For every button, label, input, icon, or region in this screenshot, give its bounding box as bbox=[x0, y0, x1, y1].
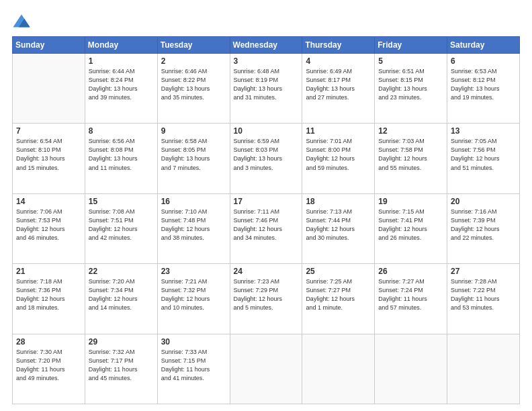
day-number: 29 bbox=[89, 337, 154, 347]
day-number: 5 bbox=[378, 56, 443, 66]
day-info: Sunrise: 7:08 AM Sunset: 7:51 PM Dayligh… bbox=[89, 208, 154, 242]
day-info: Sunrise: 6:54 AM Sunset: 8:10 PM Dayligh… bbox=[16, 137, 81, 172]
day-number: 12 bbox=[378, 126, 443, 136]
day-info: Sunrise: 6:56 AM Sunset: 8:08 PM Dayligh… bbox=[89, 137, 154, 172]
calendar-cell bbox=[13, 54, 85, 124]
day-number: 26 bbox=[378, 267, 443, 276]
calendar-cell: 27Sunrise: 7:28 AM Sunset: 7:22 PM Dayli… bbox=[447, 264, 520, 334]
day-number: 11 bbox=[306, 126, 371, 136]
day-info: Sunrise: 6:49 AM Sunset: 8:17 PM Dayligh… bbox=[306, 67, 371, 102]
weekday-header: Saturday bbox=[447, 37, 520, 54]
day-number: 22 bbox=[89, 267, 154, 276]
day-info: Sunrise: 7:32 AM Sunset: 7:17 PM Dayligh… bbox=[89, 348, 154, 383]
calendar-cell bbox=[302, 334, 375, 404]
calendar-cell: 3Sunrise: 6:48 AM Sunset: 8:19 PM Daylig… bbox=[230, 54, 302, 124]
header bbox=[12, 12, 520, 31]
weekday-header: Sunday bbox=[13, 37, 85, 54]
logo bbox=[12, 12, 34, 31]
day-number: 6 bbox=[451, 56, 516, 66]
day-number: 2 bbox=[161, 56, 226, 66]
calendar-cell: 13Sunrise: 7:05 AM Sunset: 7:56 PM Dayli… bbox=[447, 124, 520, 193]
calendar-cell: 5Sunrise: 6:51 AM Sunset: 8:15 PM Daylig… bbox=[375, 54, 447, 124]
day-number: 1 bbox=[89, 56, 154, 66]
day-info: Sunrise: 7:15 AM Sunset: 7:41 PM Dayligh… bbox=[378, 208, 443, 242]
day-info: Sunrise: 7:18 AM Sunset: 7:36 PM Dayligh… bbox=[16, 277, 81, 312]
calendar-cell: 25Sunrise: 7:25 AM Sunset: 7:27 PM Dayli… bbox=[302, 264, 375, 334]
calendar-week-row: 7Sunrise: 6:54 AM Sunset: 8:10 PM Daylig… bbox=[13, 124, 520, 193]
day-info: Sunrise: 7:03 AM Sunset: 7:58 PM Dayligh… bbox=[378, 137, 443, 172]
day-info: Sunrise: 7:28 AM Sunset: 7:22 PM Dayligh… bbox=[451, 277, 516, 312]
day-info: Sunrise: 7:20 AM Sunset: 7:34 PM Dayligh… bbox=[89, 277, 154, 312]
calendar-cell: 16Sunrise: 7:10 AM Sunset: 7:48 PM Dayli… bbox=[157, 193, 230, 263]
calendar-cell: 17Sunrise: 7:11 AM Sunset: 7:46 PM Dayli… bbox=[230, 193, 302, 263]
calendar-cell: 21Sunrise: 7:18 AM Sunset: 7:36 PM Dayli… bbox=[13, 264, 85, 334]
day-info: Sunrise: 7:06 AM Sunset: 7:53 PM Dayligh… bbox=[16, 208, 81, 242]
weekday-header: Tuesday bbox=[157, 37, 230, 54]
calendar-week-row: 28Sunrise: 7:30 AM Sunset: 7:20 PM Dayli… bbox=[13, 334, 520, 404]
day-number: 25 bbox=[306, 267, 371, 276]
day-info: Sunrise: 6:46 AM Sunset: 8:22 PM Dayligh… bbox=[161, 67, 226, 102]
day-number: 20 bbox=[451, 197, 516, 206]
calendar-cell: 15Sunrise: 7:08 AM Sunset: 7:51 PM Dayli… bbox=[85, 193, 157, 263]
day-info: Sunrise: 6:59 AM Sunset: 8:03 PM Dayligh… bbox=[234, 137, 299, 172]
calendar-week-row: 1Sunrise: 6:44 AM Sunset: 8:24 PM Daylig… bbox=[13, 54, 520, 124]
calendar-cell: 10Sunrise: 6:59 AM Sunset: 8:03 PM Dayli… bbox=[230, 124, 302, 193]
calendar-cell: 11Sunrise: 7:01 AM Sunset: 8:00 PM Dayli… bbox=[302, 124, 375, 193]
day-number: 23 bbox=[161, 267, 226, 276]
calendar-cell: 4Sunrise: 6:49 AM Sunset: 8:17 PM Daylig… bbox=[302, 54, 375, 124]
calendar-cell bbox=[375, 334, 447, 404]
weekday-header-row: SundayMondayTuesdayWednesdayThursdayFrid… bbox=[13, 37, 520, 54]
calendar-week-row: 14Sunrise: 7:06 AM Sunset: 7:53 PM Dayli… bbox=[13, 193, 520, 263]
weekday-header: Monday bbox=[85, 37, 157, 54]
day-info: Sunrise: 7:21 AM Sunset: 7:32 PM Dayligh… bbox=[161, 277, 226, 312]
weekday-header: Wednesday bbox=[230, 37, 302, 54]
calendar-cell: 7Sunrise: 6:54 AM Sunset: 8:10 PM Daylig… bbox=[13, 124, 85, 193]
day-number: 27 bbox=[451, 267, 516, 276]
day-info: Sunrise: 7:11 AM Sunset: 7:46 PM Dayligh… bbox=[234, 208, 299, 242]
day-info: Sunrise: 6:48 AM Sunset: 8:19 PM Dayligh… bbox=[234, 67, 299, 102]
calendar-cell: 2Sunrise: 6:46 AM Sunset: 8:22 PM Daylig… bbox=[157, 54, 230, 124]
calendar-cell: 26Sunrise: 7:27 AM Sunset: 7:24 PM Dayli… bbox=[375, 264, 447, 334]
day-number: 14 bbox=[16, 197, 81, 206]
calendar-cell: 29Sunrise: 7:32 AM Sunset: 7:17 PM Dayli… bbox=[85, 334, 157, 404]
day-number: 24 bbox=[234, 267, 299, 276]
day-number: 13 bbox=[451, 126, 516, 136]
calendar-week-row: 21Sunrise: 7:18 AM Sunset: 7:36 PM Dayli… bbox=[13, 264, 520, 334]
day-info: Sunrise: 7:13 AM Sunset: 7:44 PM Dayligh… bbox=[306, 208, 371, 242]
day-info: Sunrise: 7:27 AM Sunset: 7:24 PM Dayligh… bbox=[378, 277, 443, 312]
day-number: 28 bbox=[16, 337, 81, 347]
day-info: Sunrise: 6:51 AM Sunset: 8:15 PM Dayligh… bbox=[378, 67, 443, 102]
day-number: 19 bbox=[378, 197, 443, 206]
calendar-cell: 22Sunrise: 7:20 AM Sunset: 7:34 PM Dayli… bbox=[85, 264, 157, 334]
calendar-cell: 19Sunrise: 7:15 AM Sunset: 7:41 PM Dayli… bbox=[375, 193, 447, 263]
calendar-cell: 9Sunrise: 6:58 AM Sunset: 8:05 PM Daylig… bbox=[157, 124, 230, 193]
calendar-table: SundayMondayTuesdayWednesdayThursdayFrid… bbox=[12, 36, 520, 404]
day-number: 16 bbox=[161, 197, 226, 206]
day-number: 15 bbox=[89, 197, 154, 206]
day-number: 9 bbox=[161, 126, 226, 136]
day-number: 17 bbox=[234, 197, 299, 206]
day-info: Sunrise: 7:25 AM Sunset: 7:27 PM Dayligh… bbox=[306, 277, 371, 312]
day-number: 8 bbox=[89, 126, 154, 136]
day-info: Sunrise: 7:33 AM Sunset: 7:15 PM Dayligh… bbox=[161, 348, 226, 383]
calendar-cell: 14Sunrise: 7:06 AM Sunset: 7:53 PM Dayli… bbox=[13, 193, 85, 263]
day-number: 21 bbox=[16, 267, 81, 276]
day-info: Sunrise: 7:01 AM Sunset: 8:00 PM Dayligh… bbox=[306, 137, 371, 172]
weekday-header: Friday bbox=[375, 37, 447, 54]
weekday-header: Thursday bbox=[302, 37, 375, 54]
day-info: Sunrise: 6:58 AM Sunset: 8:05 PM Dayligh… bbox=[161, 137, 226, 172]
calendar-cell: 23Sunrise: 7:21 AM Sunset: 7:32 PM Dayli… bbox=[157, 264, 230, 334]
calendar-cell: 18Sunrise: 7:13 AM Sunset: 7:44 PM Dayli… bbox=[302, 193, 375, 263]
day-info: Sunrise: 7:16 AM Sunset: 7:39 PM Dayligh… bbox=[451, 208, 516, 242]
day-info: Sunrise: 7:30 AM Sunset: 7:20 PM Dayligh… bbox=[16, 348, 81, 383]
calendar-cell bbox=[447, 334, 520, 404]
calendar-cell: 20Sunrise: 7:16 AM Sunset: 7:39 PM Dayli… bbox=[447, 193, 520, 263]
day-number: 7 bbox=[16, 126, 81, 136]
logo-icon bbox=[12, 12, 31, 31]
day-info: Sunrise: 7:05 AM Sunset: 7:56 PM Dayligh… bbox=[451, 137, 516, 172]
page: SundayMondayTuesdayWednesdayThursdayFrid… bbox=[0, 0, 532, 411]
calendar-cell: 30Sunrise: 7:33 AM Sunset: 7:15 PM Dayli… bbox=[157, 334, 230, 404]
day-number: 3 bbox=[234, 56, 299, 66]
calendar-cell: 6Sunrise: 6:53 AM Sunset: 8:12 PM Daylig… bbox=[447, 54, 520, 124]
calendar-cell: 1Sunrise: 6:44 AM Sunset: 8:24 PM Daylig… bbox=[85, 54, 157, 124]
